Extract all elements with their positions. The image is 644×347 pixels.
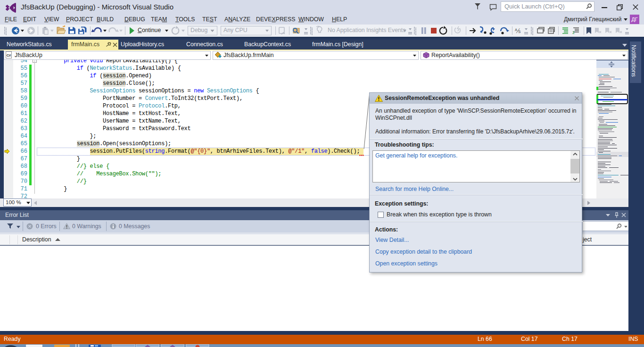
svg-text:⅍: ⅍ xyxy=(515,27,521,34)
svg-text:2: 2 xyxy=(572,30,575,35)
